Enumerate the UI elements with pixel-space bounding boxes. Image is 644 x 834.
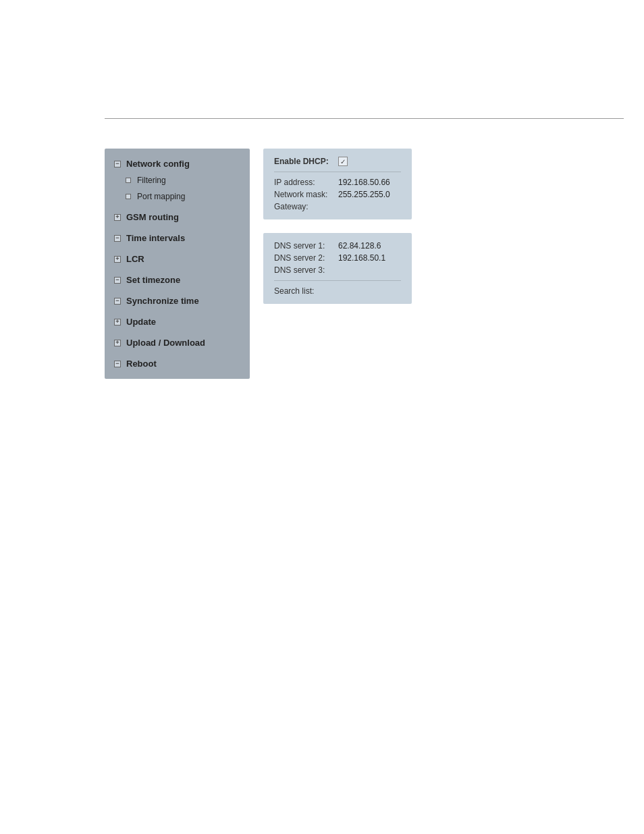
network-mask-label: Network mask: [274,190,338,199]
horizontal-divider [105,118,624,119]
dhcp-separator [274,172,401,172]
ip-address-row: IP address: 192.168.50.66 [274,178,401,187]
dns2-value: 192.168.50.1 [338,253,385,263]
dns1-row: DNS server 1: 62.84.128.6 [274,241,401,251]
enable-dhcp-label: Enable DHCP: [274,157,338,166]
dns-panel: DNS server 1: 62.84.128.6 DNS server 2: … [263,233,412,304]
sidebar-item-upload-download[interactable]: + Upload / Download [105,334,250,351]
ip-address-label: IP address: [274,178,338,187]
sidebar-item-port-mapping[interactable]: Port mapping [105,188,250,205]
enable-dhcp-row: Enable DHCP: ✓ [274,157,401,166]
plus-icon-3: + [113,317,122,327]
sidebar-item-set-timezone[interactable]: − Set timezone [105,271,250,288]
sidebar-item-time-intervals[interactable]: − Time intervals [105,230,250,246]
search-list-row: Search list: [274,286,401,296]
sidebar-item-gsm-routing[interactable]: + GSM routing [105,209,250,226]
plus-icon: + [113,213,122,222]
minus-icon-5: − [113,359,122,369]
search-list-label: Search list: [274,286,338,296]
minus-icon: − [113,159,122,169]
network-mask-row: Network mask: 255.255.255.0 [274,190,401,199]
nav-menu: − Network config Filtering Port mapping [105,149,250,379]
dns-separator [274,280,401,281]
square-icon-2 [124,192,133,201]
dns3-row: DNS server 3: [274,265,401,275]
main-content: − Network config Filtering Port mapping [105,149,412,379]
sidebar-item-reboot[interactable]: − Reboot [105,355,250,372]
gateway-label: Gateway: [274,202,338,211]
dns2-label: DNS server 2: [274,253,338,263]
plus-icon-4: + [113,338,122,348]
dhcp-checkbox[interactable]: ✓ [338,157,348,166]
minus-icon-3: − [113,276,122,285]
gateway-row: Gateway: [274,202,401,211]
sidebar-item-network-config[interactable]: − Network config [105,155,250,172]
info-panels: Enable DHCP: ✓ IP address: 192.168.50.66… [263,149,412,379]
sidebar-item-lcr[interactable]: + LCR [105,251,250,267]
sidebar-item-update[interactable]: + Update [105,313,250,330]
page: − Network config Filtering Port mapping [0,0,644,834]
ip-address-value: 192.168.50.66 [338,178,390,187]
minus-icon-4: − [113,296,122,306]
sidebar-item-filtering[interactable]: Filtering [105,172,250,188]
dns2-row: DNS server 2: 192.168.50.1 [274,253,401,263]
sidebar-item-synchronize-time[interactable]: − Synchronize time [105,292,250,309]
network-mask-value: 255.255.255.0 [338,190,390,199]
dhcp-panel: Enable DHCP: ✓ IP address: 192.168.50.66… [263,149,412,219]
minus-icon-2: − [113,234,122,243]
dns3-label: DNS server 3: [274,265,338,275]
dns1-value: 62.84.128.6 [338,241,381,251]
plus-icon-2: + [113,255,122,264]
square-icon [124,176,133,185]
dns1-label: DNS server 1: [274,241,338,251]
